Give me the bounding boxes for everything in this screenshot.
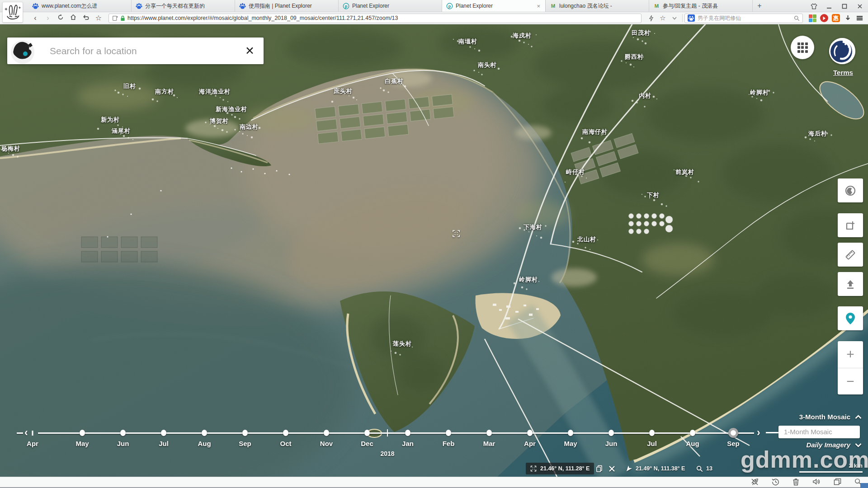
timeline-point-feb-10[interactable] (446, 430, 451, 436)
timeline-point-nov-7[interactable] (324, 430, 329, 436)
shopping-assistant-icon[interactable]: 惠 (830, 12, 842, 24)
browser-logo-rabbit-icon[interactable] (2, 2, 23, 23)
timeline-point-mar-11[interactable] (486, 430, 492, 436)
boost-rocket-icon[interactable] (751, 478, 759, 488)
timeline-year-label: 2018 (380, 450, 394, 457)
timeline-month-label: Jan (402, 440, 414, 447)
timeline-point-apr-12[interactable] (527, 430, 533, 436)
search-magnifier-icon[interactable] (794, 15, 800, 21)
minimize-button[interactable] (825, 2, 834, 10)
split-windows-icon[interactable] (834, 478, 841, 487)
browser-tab-1[interactable]: www.planet.com怎么进 (28, 0, 132, 12)
map-place-label: 海后村 (808, 130, 827, 138)
address-bar[interactable]: https://www.planet.com/explorer/#/mosaic… (108, 14, 642, 23)
draw-area-button[interactable] (838, 213, 863, 237)
turbo-bolt-icon[interactable] (645, 12, 657, 24)
quick-access-grid-icon[interactable] (807, 12, 818, 24)
timeline-point-jul-15[interactable] (649, 430, 655, 436)
quick-search-box[interactable]: 男子竟在网吧修仙 (684, 14, 803, 23)
rainbow-m-icon: M (550, 3, 557, 9)
trash-icon[interactable] (793, 478, 799, 488)
close-window-button[interactable] (855, 2, 864, 10)
browser-tab-5[interactable]: pPlanet Explorer× (442, 0, 546, 12)
timeline-point-jan-9[interactable] (405, 430, 410, 436)
location-pin-button[interactable] (838, 306, 863, 330)
zoom-in-button[interactable]: + (838, 341, 863, 368)
browser-tab-3[interactable]: 使用指南 | Planet Explorer (235, 0, 339, 12)
map-place-label: 旧村 (123, 82, 136, 90)
tab-title: lulongchao 茂名论坛 - (559, 2, 645, 10)
bookmark-star-icon[interactable]: ☆ (657, 12, 669, 24)
quick-search-value[interactable]: 男子竟在网吧修仙 (698, 14, 791, 22)
close-search-icon[interactable]: ✕ (236, 44, 264, 57)
browser-tab-7[interactable]: M参与/回复主题 - 茂湛县 (649, 0, 753, 12)
mosaic-selection-marker-icon[interactable] (452, 230, 460, 239)
location-search-card: Search for a location ✕ (7, 38, 264, 64)
sidebar-toggle[interactable] (860, 483, 868, 488)
satellite-map[interactable]: 南塭村海戌村田茂村爵西村南头村白蕉村庶头村海洋渔业村新海渔业村博贺村南边村旧村南… (0, 24, 868, 477)
browser-tab-6[interactable]: Mlulongchao 茂名论坛 - (546, 0, 649, 12)
map-place-label: 庶头村 (334, 87, 353, 95)
timeline-point-dec-8[interactable] (364, 430, 370, 436)
timeline-point-apr-0[interactable] (32, 431, 33, 436)
map-place-label: 南海仔村 (582, 128, 608, 136)
location-search-input[interactable]: Search for a location (41, 46, 236, 56)
undo-button[interactable] (80, 12, 92, 24)
download-icon[interactable] (842, 12, 854, 24)
bookmark-dropdown-chevron-icon[interactable] (669, 12, 680, 24)
history-icon[interactable] (772, 478, 779, 488)
map-place-label: 白蕉村 (385, 77, 404, 85)
satellite-imagery[interactable] (0, 24, 868, 477)
video-play-icon[interactable] (818, 12, 830, 24)
apps-menu-button[interactable] (791, 36, 814, 59)
map-place-label: 博贺村 (210, 117, 229, 125)
zoom-out-button[interactable]: − (838, 368, 863, 395)
home-button[interactable] (67, 12, 80, 24)
menu-icon[interactable] (854, 12, 865, 24)
forward-button[interactable]: › (42, 12, 54, 24)
basemap-globe-button[interactable] (838, 178, 863, 202)
timeline-point-aug-16[interactable] (690, 430, 695, 436)
mosaic-option-3month[interactable]: 3-Month Mosaic (769, 413, 862, 421)
timeline-point-sep-17[interactable] (728, 428, 738, 438)
new-tab-button[interactable]: + (753, 0, 766, 12)
selection-frame-icon (530, 465, 537, 472)
timeline-track[interactable] (38, 432, 754, 434)
clear-selection-icon[interactable] (609, 463, 615, 474)
pointer-coordinates: 21.49° N, 111.38° E (636, 463, 685, 474)
skin-icon[interactable] (809, 2, 818, 10)
page-add-icon[interactable] (112, 15, 118, 21)
timeline-point-aug-4[interactable] (202, 430, 207, 436)
timeline-point-may-1[interactable] (80, 430, 85, 436)
favorite-star-button[interactable]: ☆ (92, 12, 105, 24)
upload-button[interactable] (838, 272, 863, 296)
url-text[interactable]: https://www.planet.com/explorer/#/mosaic… (127, 15, 638, 21)
timeline-point-oct-6[interactable] (283, 430, 288, 436)
terms-link[interactable]: Terms (833, 69, 853, 76)
chevron-up-icon (855, 415, 862, 419)
tab-close-icon[interactable]: × (536, 3, 541, 9)
zoom-level-icon (696, 463, 703, 474)
globe-thumbnail[interactable] (7, 38, 41, 64)
planet-logo[interactable] (829, 38, 855, 64)
timeline-point-jul-3[interactable] (161, 430, 166, 436)
mosaic-selected-box[interactable]: 1-Month Mosaic (778, 426, 860, 438)
timeline-point-jun-14[interactable] (609, 430, 614, 436)
timeline-prev-arrow[interactable]: ‹ (24, 427, 28, 438)
rainbow-m-icon: M (653, 3, 660, 9)
volume-icon[interactable] (812, 478, 821, 487)
timeline-next-arrow[interactable]: › (757, 427, 760, 438)
timeline-month-label: Apr (27, 440, 38, 447)
copy-coordinates-icon[interactable] (596, 463, 603, 474)
timeline-point-may-13[interactable] (568, 430, 573, 436)
maximize-button[interactable] (840, 2, 849, 10)
map-place-label: 岭脚村 (519, 276, 538, 284)
browser-tab-4[interactable]: pPlanet Explorer (339, 0, 442, 12)
timeline-point-jun-2[interactable] (120, 430, 126, 436)
browser-tab-2[interactable]: 分享一个每天都在更新的 (132, 0, 235, 12)
timeline-point-sep-5[interactable] (242, 430, 248, 436)
refresh-button[interactable] (54, 12, 67, 24)
map-place-label: 内村 (639, 92, 651, 100)
measure-ruler-button[interactable] (838, 243, 863, 267)
back-button[interactable]: ‹ (29, 12, 42, 24)
